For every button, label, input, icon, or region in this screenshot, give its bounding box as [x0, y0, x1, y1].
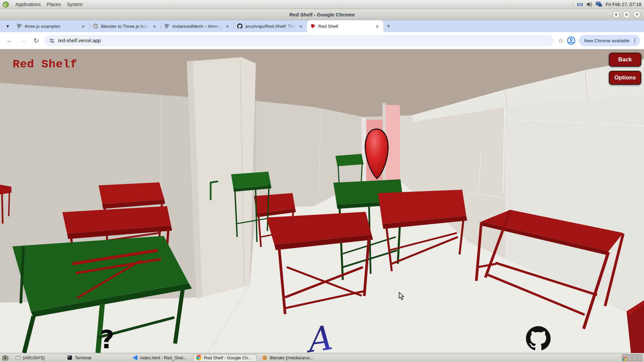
- task-label: Red Shelf - Google Ch...: [204, 355, 252, 360]
- taskbar: [ARUSH'S] Terminal index.html - Red_Shel…: [0, 353, 644, 362]
- panel-grip[interactable]: [573, 3, 573, 6]
- main-menu-icon[interactable]: [3, 1, 9, 8]
- task-label: Terminal: [75, 355, 91, 360]
- task-label: Blender [/media/arus...: [270, 355, 314, 360]
- redshelf-icon: [310, 23, 316, 29]
- tab-close-icon[interactable]: ×: [298, 23, 304, 29]
- tab-red-shelf-active[interactable]: Red Shelf ×: [307, 20, 383, 32]
- task-label: index.html - Red_Shel...: [140, 355, 187, 360]
- options-button[interactable]: Options: [609, 71, 641, 85]
- top-panel: Applications Places System EN Fri Feb 27…: [0, 0, 644, 9]
- red-shelf-page: ? A Red Shelf Back Options: [0, 49, 644, 353]
- tab-title: arushraju/Red-Shelf: This: [245, 24, 296, 29]
- menu-places[interactable]: Places: [44, 0, 64, 9]
- window-title: Red Shelf - Google Chrome: [289, 12, 355, 17]
- menu-system[interactable]: System: [64, 0, 86, 9]
- bookmark-star-icon[interactable]: ☆: [558, 37, 564, 45]
- address-bar[interactable]: red-shelf.vercel.app: [44, 35, 554, 46]
- workspace-3[interactable]: [632, 354, 637, 361]
- window-icon: [15, 355, 21, 360]
- update-label: New Chrome available: [584, 38, 630, 43]
- tab-search-button[interactable]: ▼: [2, 20, 13, 32]
- task-arushs[interactable]: [ARUSH'S]: [13, 354, 63, 362]
- desktop-screen: Applications Places System EN Fri Feb 27…: [0, 0, 644, 362]
- workspace-4[interactable]: [637, 354, 642, 361]
- volume-icon[interactable]: [586, 2, 593, 7]
- display-network-icon[interactable]: [596, 2, 602, 7]
- tab-threejs-examples[interactable]: three.js examples ×: [13, 20, 89, 32]
- blender-icon: [262, 355, 267, 360]
- swirl-icon: [93, 23, 98, 29]
- tab-strip: ▼ three.js examples × Blender to Three.j…: [0, 20, 644, 32]
- browser-menu-icon[interactable]: ⋮: [632, 38, 637, 44]
- site-settings-icon[interactable]: [49, 38, 55, 44]
- tab-github-redshelf[interactable]: arushraju/Red-Shelf: This ×: [234, 20, 307, 32]
- forward-icon[interactable]: →: [17, 35, 28, 46]
- browser-toolbar: ← → ↻ red-shelf.vercel.app ☆ New Chrome …: [0, 32, 644, 49]
- workspace-1[interactable]: [622, 354, 627, 361]
- github-icon: [237, 23, 243, 29]
- page-title: Red Shelf: [13, 58, 77, 71]
- taskbar-grip[interactable]: [9, 356, 9, 359]
- menu-applications[interactable]: Applications: [12, 0, 44, 9]
- tab-blender-issue[interactable]: Blender to Three.js Issue ×: [90, 20, 161, 32]
- chrome-icon: [196, 355, 202, 360]
- tab-title: three.js examples: [25, 24, 78, 29]
- tab-title: InstancedMesh – three.js: [172, 24, 222, 29]
- new-tab-button[interactable]: +: [383, 20, 393, 32]
- window-titlebar[interactable]: Red Shelf - Google Chrome ∨ ∧ ×: [0, 9, 644, 20]
- minimize-button[interactable]: ∨: [612, 11, 620, 18]
- clock[interactable]: Fri Feb 27, 07:18: [605, 2, 641, 7]
- terminal-icon: [67, 355, 72, 360]
- tab-close-icon[interactable]: ×: [152, 23, 157, 29]
- task-vscode[interactable]: index.html - Red_Shel...: [130, 354, 191, 362]
- url-text: red-shelf.vercel.app: [58, 38, 101, 43]
- threejs-canvas[interactable]: ? A: [0, 49, 644, 353]
- task-label: [ARUSH'S]: [23, 355, 45, 360]
- task-terminal[interactable]: Terminal: [64, 354, 99, 362]
- close-button[interactable]: ×: [633, 11, 641, 18]
- back-icon[interactable]: ←: [4, 35, 15, 46]
- keyboard-layout-indicator[interactable]: EN: [577, 2, 583, 7]
- workspace-switcher[interactable]: [622, 354, 642, 361]
- tab-close-icon[interactable]: ×: [225, 23, 230, 29]
- screenshot-tool-icon[interactable]: [2, 355, 9, 361]
- task-blender[interactable]: Blender [/media/arus...: [259, 354, 323, 362]
- threejs-icon: [17, 23, 22, 29]
- mouse-cursor: [398, 292, 406, 301]
- chrome-icon: [623, 357, 627, 361]
- workspace-2[interactable]: [627, 354, 632, 361]
- maximize-button[interactable]: ∧: [623, 11, 630, 18]
- reload-icon[interactable]: ↻: [31, 35, 42, 46]
- tab-instancedmesh[interactable]: InstancedMesh – three.js ×: [161, 20, 233, 32]
- vscode-icon: [132, 355, 138, 360]
- tab-close-icon[interactable]: ×: [80, 23, 86, 29]
- question-mark-logo[interactable]: ?: [100, 325, 114, 353]
- tab-title: Blender to Three.js Issue: [101, 24, 149, 29]
- chrome-update-button[interactable]: New Chrome available ⋮: [579, 35, 640, 46]
- back-button[interactable]: Back: [609, 53, 641, 67]
- tab-title: Red Shelf: [318, 24, 372, 29]
- threejs-icon: [164, 23, 170, 29]
- tab-close-icon[interactable]: ×: [375, 23, 380, 29]
- task-chrome[interactable]: Red Shelf - Google Ch...: [194, 354, 257, 362]
- profile-icon[interactable]: [567, 36, 576, 45]
